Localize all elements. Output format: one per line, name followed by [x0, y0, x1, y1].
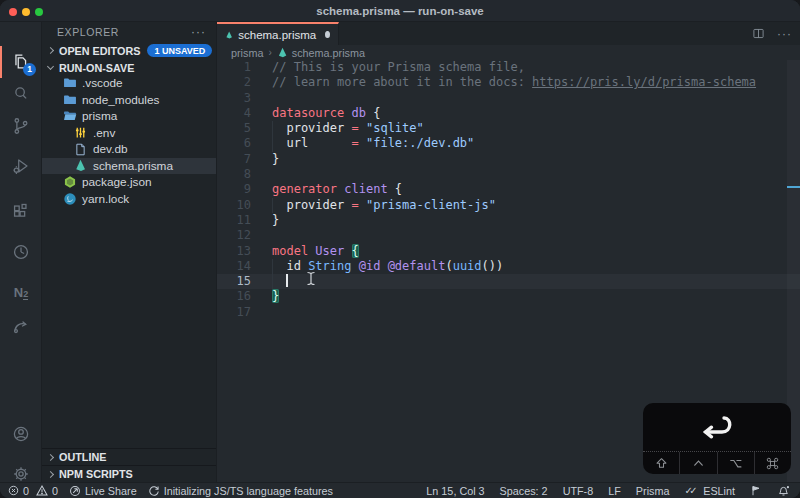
line-number: 5	[217, 121, 272, 136]
line-number: 17	[217, 305, 272, 320]
n2-extension-icon[interactable]: N2	[0, 276, 42, 308]
env-icon	[73, 125, 88, 140]
breadcrumb-folder[interactable]: prisma	[231, 47, 263, 59]
search-icon[interactable]	[0, 78, 42, 110]
code-line-12[interactable]: 12	[217, 228, 800, 243]
text-caret	[286, 274, 288, 287]
cursor-position[interactable]: Ln 15, Col 3	[426, 485, 484, 497]
explorer-icon[interactable]: 1	[0, 46, 42, 78]
root-folder-section[interactable]: RUN-ON-SAVE	[42, 59, 216, 76]
code-line-7[interactable]: 7}	[217, 152, 800, 167]
code-line-1[interactable]: 1// This is your Prisma schema file,	[217, 60, 800, 75]
line-number: 3	[217, 91, 272, 106]
file-name: package.json	[82, 175, 152, 189]
encoding-setting[interactable]: UTF-8	[563, 485, 594, 497]
code-line-17[interactable]: 17	[217, 305, 800, 320]
live-share-button[interactable]: Live Share	[69, 485, 137, 497]
modifier-key-row	[643, 451, 791, 474]
control-key-icon	[680, 452, 717, 474]
yarn-icon	[62, 191, 77, 206]
file-row-.env[interactable]: .env	[42, 125, 216, 142]
split-editor-icon[interactable]	[752, 27, 765, 40]
file-row-package.json[interactable]: package.json	[42, 174, 216, 191]
file-row-node_modules[interactable]: node_modules	[42, 92, 216, 109]
code-line-2[interactable]: 2// learn more about it in the docs: htt…	[217, 75, 800, 90]
sidebar-title: EXPLORER	[57, 22, 119, 42]
file-name: node_modules	[82, 93, 159, 107]
line-number: 16	[217, 289, 272, 304]
tab-schema-prisma[interactable]: schema.prisma	[217, 22, 339, 45]
open-editors-section[interactable]: OPEN EDITORS 1 UNSAVED	[42, 42, 216, 59]
breadcrumb-file[interactable]: schema.prisma	[292, 47, 365, 59]
file-icon	[73, 142, 88, 157]
unsaved-badge: 1 UNSAVED	[147, 44, 212, 57]
code-line-9[interactable]: 9generator client {	[217, 182, 800, 197]
language-mode[interactable]: Prisma	[636, 485, 670, 497]
line-number: 1	[217, 60, 272, 75]
breadcrumb-separator-icon: ›	[268, 47, 271, 58]
file-name: yarn.lock	[82, 192, 129, 206]
eslint-status[interactable]: ✓✓ESLint	[684, 485, 735, 497]
run-debug-icon[interactable]	[0, 150, 42, 182]
line-number: 13	[217, 244, 272, 259]
language-status-message[interactable]: Initializing JS/TS language features	[148, 485, 333, 497]
chevron-right-icon	[47, 470, 54, 477]
line-number: 8	[217, 167, 272, 182]
editor-more-actions-icon[interactable]: ···	[777, 27, 792, 41]
file-row-.vscode[interactable]: .vscode	[42, 75, 216, 92]
file-name: dev.db	[93, 142, 128, 156]
prisma-icon	[277, 47, 288, 58]
extensions-icon[interactable]	[0, 196, 42, 228]
command-key-icon	[755, 452, 791, 474]
activity-bar: 1	[0, 22, 42, 482]
folder-open-icon	[62, 109, 77, 124]
code-line-11[interactable]: 11}	[217, 213, 800, 228]
code-line-16[interactable]: 16}	[217, 289, 800, 304]
file-row-dev.db[interactable]: dev.db	[42, 141, 216, 158]
source-control-icon[interactable]	[0, 110, 42, 142]
more-actions-icon[interactable]: ···	[191, 22, 206, 42]
text-cursor-pointer-icon	[305, 271, 317, 286]
overview-cursor-mark	[787, 186, 800, 188]
line-number: 2	[217, 75, 272, 90]
file-row-yarn.lock[interactable]: yarn.lock	[42, 191, 216, 208]
title-bar: schema.prisma — run-on-save	[0, 0, 800, 22]
code-line-6[interactable]: 6 url = "file:./dev.db"	[217, 136, 800, 151]
code-line-13[interactable]: 13model User {	[217, 244, 800, 259]
breadcrumb: prisma › schema.prisma	[217, 45, 800, 60]
file-name: .env	[93, 126, 115, 140]
line-number: 11	[217, 213, 272, 228]
status-bar: 0 0 Live Share Initializing JS/TS langua…	[0, 482, 800, 498]
indentation-setting[interactable]: Spaces: 2	[500, 485, 548, 497]
window-title: schema.prisma — run-on-save	[0, 0, 800, 22]
code-line-8[interactable]: 8	[217, 167, 800, 182]
code-line-5[interactable]: 5 provider = "sqlite"	[217, 121, 800, 136]
line-number: 10	[217, 198, 272, 213]
vscode-window: schema.prisma — run-on-save 1	[0, 0, 800, 498]
file-row-schema.prisma[interactable]: schema.prisma	[42, 158, 216, 175]
account-icon[interactable]	[0, 418, 42, 450]
prisma-icon	[73, 158, 88, 173]
line-number: 12	[217, 228, 272, 243]
eol-setting[interactable]: LF	[608, 485, 621, 497]
npm-scripts-section[interactable]: NPM SCRIPTS	[42, 465, 216, 482]
code-line-10[interactable]: 10 provider = "prisma-client-js"	[217, 198, 800, 213]
line-number: 15	[217, 274, 272, 289]
file-name: schema.prisma	[93, 159, 173, 173]
share-extension-icon[interactable]	[0, 310, 42, 342]
notifications-bell-icon[interactable]	[777, 484, 790, 497]
line-number: 4	[217, 106, 272, 121]
tab-strip: schema.prisma ···	[217, 22, 800, 45]
code-line-4[interactable]: 4datasource db {	[217, 106, 800, 121]
folder-icon	[62, 92, 77, 107]
explorer-badge: 1	[23, 63, 36, 76]
outline-section[interactable]: OUTLINE	[42, 448, 216, 465]
keystroke-overlay	[643, 403, 791, 474]
code-line-3[interactable]: 3	[217, 91, 800, 106]
feedback-flag-icon[interactable]	[750, 484, 762, 497]
return-key-icon	[643, 403, 791, 451]
problems-indicator[interactable]: 0 0	[8, 485, 58, 497]
clock-extension-icon[interactable]	[0, 236, 42, 268]
file-name: .vscode	[82, 76, 123, 90]
file-row-prisma[interactable]: prisma	[42, 108, 216, 125]
